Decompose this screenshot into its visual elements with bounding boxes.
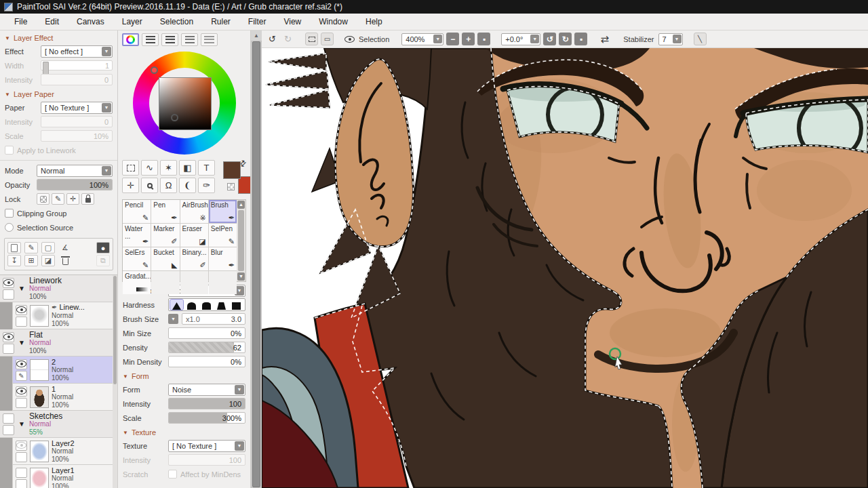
menu-help[interactable]: Help (357, 15, 391, 28)
layer-extra-checkbox[interactable] (16, 452, 27, 462)
redo-button[interactable]: ↻ (281, 33, 294, 45)
density-slider[interactable]: 62 (168, 342, 245, 353)
lasso-tool[interactable]: ∿ (141, 160, 158, 176)
hand-tool[interactable]: ❨ (179, 178, 196, 193)
primary-color-swatch[interactable] (223, 161, 241, 179)
saturation-value-square[interactable] (159, 77, 212, 130)
magic-wand-tool[interactable]: ✶ (160, 160, 177, 176)
paste-layer-button[interactable]: ⧉ (96, 255, 110, 266)
clear-layer-button[interactable]: ◪ (41, 255, 55, 266)
min-size-input[interactable]: 0% (168, 327, 245, 339)
texture-header[interactable]: ▼ Texture (118, 425, 250, 439)
chevron-down-icon[interactable]: ▼ (433, 35, 442, 43)
menu-canvas[interactable]: Canvas (68, 15, 113, 28)
folder-expand-triangle[interactable]: ▼ (18, 285, 25, 292)
chevron-down-icon[interactable]: ▼ (673, 35, 682, 43)
layer-extra-checkbox[interactable] (16, 398, 27, 408)
ruler-tool-button[interactable]: ∡ (58, 242, 72, 253)
effect-width-slider[interactable]: 1 (41, 60, 113, 70)
layer-row-layer2[interactable]: Layer2 Normal 100% (12, 438, 113, 465)
menu-layer[interactable]: Layer (113, 15, 151, 28)
rotate-reset-button[interactable]: ▪ (574, 33, 587, 45)
layer-mask-button[interactable]: ● (96, 242, 110, 253)
chevron-down-icon[interactable]: ▼ (530, 35, 539, 43)
canvas-viewport[interactable] (262, 48, 868, 488)
texture-dropdown[interactable]: [ No Texture ] ▼ (168, 440, 245, 452)
selection-source-radio[interactable] (5, 223, 14, 232)
transparent-color-swatch[interactable] (227, 183, 235, 190)
zoom-level-dropdown[interactable]: 400% ▼ (401, 33, 443, 45)
visibility-toggle[interactable] (16, 359, 27, 369)
paint-target-toggle[interactable]: ✎ (16, 371, 27, 381)
menu-window[interactable]: Window (310, 15, 357, 28)
visibility-toggle[interactable] (16, 441, 27, 451)
tab-color-mixer[interactable] (181, 33, 198, 46)
tool-eraser[interactable]: Eraser◪ (180, 224, 208, 247)
menu-edit[interactable]: Edit (36, 15, 68, 28)
tab-rgb-sliders[interactable] (142, 33, 159, 46)
zoom-reset-button[interactable]: ▪ (477, 33, 490, 45)
layer-row-linework[interactable]: ✒ Linew... Normal 100% (12, 302, 113, 329)
paper-scale-input[interactable]: 10% (41, 130, 113, 142)
rotate-view-tool[interactable]: Ω (160, 178, 177, 193)
transform-selection-button[interactable] (305, 33, 318, 45)
scroll-up-icon[interactable]: ▲ (251, 30, 262, 41)
rotate-ccw-button[interactable]: ↺ (543, 33, 556, 45)
form-scale-slider[interactable]: 300% (168, 412, 245, 424)
chevron-down-icon[interactable]: ▼ (102, 166, 111, 176)
lock-all-button[interactable] (81, 193, 94, 205)
tool-pen[interactable]: Pen✒ (151, 200, 179, 223)
opacity-slider[interactable]: 100% (37, 179, 113, 190)
tool-bucket[interactable]: Bucket◣ (151, 247, 179, 270)
shape-edit-tool[interactable]: ◧ (179, 160, 196, 176)
tool-selers[interactable]: SelErs✎ (123, 247, 151, 270)
apply-to-linework-checkbox[interactable] (5, 146, 14, 155)
layer-extra-checkbox[interactable] (3, 344, 14, 354)
merge-down-button[interactable]: ⊞ (24, 255, 38, 266)
tool-marker[interactable]: Marker✐ (151, 224, 179, 247)
delete-layer-button[interactable] (58, 255, 72, 266)
menu-ruler[interactable]: Ruler (202, 15, 239, 28)
new-layer-button[interactable] (7, 242, 21, 253)
new-linework-layer-button[interactable]: ✎ (24, 242, 38, 253)
lock-move-button[interactable]: ✛ (66, 193, 79, 205)
brush-size-unit-button[interactable]: ▼ (168, 314, 178, 324)
visibility-toggle[interactable] (16, 386, 27, 396)
folder-expand-triangle[interactable]: ▼ (18, 420, 25, 428)
folder-expand-triangle[interactable]: ▼ (18, 339, 25, 346)
texture-intensity-input[interactable]: 100 (168, 454, 245, 466)
layer-paper-header[interactable]: ▼ Layer Paper (0, 87, 117, 100)
layer-row-linework-folder[interactable]: ▼ Linework Normal 100% (0, 275, 113, 302)
menu-selection[interactable]: Selection (151, 15, 202, 28)
clipping-group-checkbox[interactable] (5, 209, 14, 218)
layer-extra-checkbox[interactable] (3, 425, 14, 435)
tool-slot-empty[interactable] (151, 271, 179, 294)
zoom-tool[interactable] (141, 178, 158, 193)
layer-extra-checkbox[interactable] (3, 289, 14, 300)
tool-gradation[interactable]: Gradat... (123, 271, 151, 294)
tab-hsv-sliders[interactable] (161, 33, 178, 46)
text-tool[interactable]: T (198, 160, 215, 176)
paper-intensity-input[interactable]: 0 (41, 116, 113, 127)
form-intensity-slider[interactable]: 100 (168, 398, 245, 409)
hardness-2[interactable] (185, 300, 198, 310)
layer-list-scrollbar[interactable] (113, 275, 117, 488)
effect-intensity-input[interactable]: 0 (41, 74, 113, 85)
tool-water[interactable]: Water ...✒ (123, 224, 151, 247)
visibility-toggle[interactable] (3, 278, 14, 288)
tool-grid-scrollbar[interactable]: ▲ ▼ (237, 200, 245, 281)
canvas-artwork[interactable] (262, 48, 868, 488)
menu-view[interactable]: View (275, 15, 310, 28)
layer-row-sketches-folder[interactable]: ▼ Sketches Normal 55% (0, 411, 113, 438)
transfer-down-button[interactable]: ↧ (7, 255, 21, 266)
selection-visibility-eye-icon[interactable] (344, 36, 355, 43)
eyedropper-tool[interactable]: ✑ (198, 178, 215, 193)
form-header[interactable]: ▼ Form (118, 369, 250, 382)
scrollbar-thumb[interactable] (252, 41, 260, 487)
canvas-vertical-scrollbar[interactable]: ▲ (251, 30, 262, 488)
hardness-5[interactable] (230, 300, 243, 310)
tool-slot-empty[interactable] (209, 271, 237, 294)
menu-filter[interactable]: Filter (239, 15, 275, 28)
layer-row-1[interactable]: 1 Normal 100% (12, 384, 113, 411)
chevron-down-icon[interactable]: ▼ (102, 47, 111, 56)
